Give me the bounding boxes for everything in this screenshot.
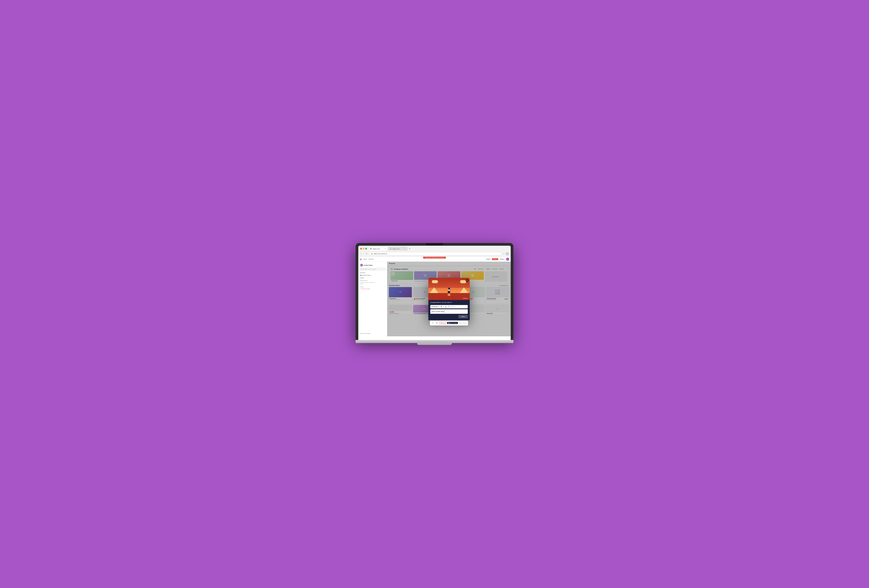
traffic-light-green[interactable] <box>365 248 367 250</box>
modal-illustration: @MIRPILTV <box>429 278 470 300</box>
main-content: Recents ✦ Designer templates <box>387 262 511 336</box>
traffic-lights <box>360 248 367 250</box>
tab-inactive-label: figma.com <box>393 248 400 250</box>
nav-item-separator: | <box>375 258 375 260</box>
modal-footer: Next <box>430 315 468 318</box>
modal-title: Congratulations, you are part of <box>430 302 468 304</box>
delete-button[interactable]: 🗑 Delete <box>439 322 446 324</box>
mountain-right <box>460 287 468 293</box>
sidebar-section-favorites: Favorite files Something about the last … <box>359 280 386 285</box>
modal-input-area[interactable]: Have a great day! <box>430 309 468 314</box>
laptop-stand <box>417 343 452 345</box>
modal-body: Congratulations, you are part of Paragra… <box>429 300 470 320</box>
figma-logo <box>360 258 362 260</box>
toolbar-list2[interactable]: ≡ <box>452 306 454 307</box>
laptop-base <box>356 340 513 343</box>
toolbar-italic[interactable]: I <box>443 306 444 308</box>
sidebar-icon-external: 👥 <box>360 275 362 276</box>
nav-item-recents[interactable]: Recents <box>368 258 374 260</box>
traffic-light-yellow[interactable] <box>363 248 365 250</box>
sidebar-item-external[interactable]: 👥 External teams › <box>359 274 386 276</box>
tab-active-label: figma.com <box>373 248 380 250</box>
sidebar-section-teams: Teams + Create new team <box>359 286 386 290</box>
sidebar: CS Cecilia Sarate Search files, teams or… <box>358 262 387 336</box>
mountain-left <box>430 287 438 293</box>
tab-close-inactive[interactable]: × <box>404 248 405 250</box>
nav-menu-items: Figma Recents | ... <box>363 258 484 260</box>
sidebar-favorites-title: Favorite files <box>359 280 386 281</box>
sidebar-search[interactable]: Search files, teams or artwork <box>359 268 386 271</box>
modal-close-button[interactable]: × <box>466 279 469 282</box>
save-close-button[interactable]: 💾 Save & Close <box>447 322 458 324</box>
browser-top-row: figma.com × figma.com × + <box>360 247 509 251</box>
nav-back[interactable]: ‹ <box>360 253 362 255</box>
desktop-background: figma.com × figma.com × + <box>348 0 521 588</box>
browser-tab-inactive[interactable]: figma.com × <box>388 247 407 250</box>
toolbar-list1[interactable]: ≡ <box>450 306 452 307</box>
modal-input-value: Have a great day! <box>432 311 444 312</box>
bookmark-icon[interactable]: ★ <box>503 253 504 255</box>
tab-close-active[interactable]: × <box>385 248 386 250</box>
lightbox-modal: × <box>429 278 470 320</box>
sidebar-item-drafts[interactable]: Drafts <box>359 277 386 279</box>
sidebar-explore[interactable]: Explore Community <box>359 332 371 335</box>
traffic-light-red[interactable] <box>360 248 362 250</box>
laptop-screen: figma.com × figma.com × + <box>358 246 511 340</box>
next-button[interactable]: Next <box>458 315 468 318</box>
history-button[interactable]: History <box>499 258 505 260</box>
laptop-notch <box>426 243 443 245</box>
sidebar-teams-title: Teams <box>359 286 386 288</box>
browser-chrome: figma.com × figma.com × + <box>358 246 511 257</box>
address-text: https://crm.acme.co <box>374 253 387 255</box>
toolbar-underline[interactable]: U <box>445 306 446 308</box>
toolbar-bold[interactable]: B <box>440 306 442 308</box>
sidebar-avatar: CS <box>360 264 363 267</box>
laptop-body: figma.com × figma.com × + <box>356 243 513 340</box>
top-nav: Editor Mode: Lightbox Customization <box>358 257 511 262</box>
cloud-right <box>460 280 466 283</box>
illustration-watermark: @MIRPILTV <box>463 298 468 299</box>
nav-forward[interactable]: › <box>363 253 365 255</box>
skater-character <box>448 291 450 294</box>
address-bar-row: ‹ › ↻ 🔒 https://crm.acme.co ★ P <box>360 251 509 256</box>
cursor-tool[interactable]: ↖ <box>431 321 435 325</box>
present-button[interactable]: Present <box>492 258 498 260</box>
nav-item-figma[interactable]: Figma <box>363 258 367 260</box>
sidebar-fav-item-2[interactable]: None <box>359 283 386 285</box>
profile-icon[interactable]: P <box>506 252 509 255</box>
sidebar-section-external: 👥 External teams › <box>359 274 386 276</box>
editor-mode-banner: Editor Mode: Lightbox Customization <box>423 257 446 259</box>
lock-icon: 🔒 <box>371 253 373 255</box>
sidebar-recents[interactable]: Recents <box>359 272 386 274</box>
sidebar-fav-item-1[interactable]: Something about the last two <box>359 281 386 283</box>
mode-context-label: Mobile Context <box>459 323 467 324</box>
nav-refresh[interactable]: ↻ <box>365 253 368 255</box>
toolbar-more[interactable]: ⋯ <box>455 306 457 308</box>
tab-add-button[interactable]: + <box>408 247 412 250</box>
laptop-outer: figma.com × figma.com × + <box>356 243 513 345</box>
toolbar-link[interactable]: 🔗 <box>447 306 450 308</box>
modal-overlay: × <box>387 262 511 336</box>
browser-tabs: figma.com × figma.com × + <box>368 247 509 250</box>
nav-item-breadcrumb: ... <box>377 258 378 260</box>
top-nav-right: Share Present History C <box>485 258 509 261</box>
sidebar-section-drafts: Drafts <box>359 277 386 279</box>
sidebar-create-team[interactable]: + Create new team <box>359 288 386 290</box>
settings-tool[interactable]: ⚙ <box>435 321 439 325</box>
address-bar[interactable]: 🔒 https://crm.acme.co <box>369 252 502 255</box>
browser-tab-active[interactable]: figma.com × <box>368 247 388 250</box>
user-avatar: C <box>506 258 509 261</box>
modal-text-toolbar: Paragraph ▼ B I U 🔗 <box>430 305 468 308</box>
cloud-left <box>432 280 438 283</box>
user-profile[interactable]: CS Cecilia Sarate <box>359 263 386 267</box>
user-name: Cecilia Sarate <box>364 265 372 266</box>
lightbox-bottom-toolbar: ↖ ⚙ 🗑 Delete 💾 Save & Close <box>430 321 468 326</box>
app-ui: Editor Mode: Lightbox Customization <box>358 257 511 336</box>
paragraph-select[interactable]: Paragraph ▼ <box>432 306 439 307</box>
content-area: CS Cecilia Sarate Search files, teams or… <box>358 262 511 336</box>
share-button[interactable]: Share <box>485 258 491 260</box>
